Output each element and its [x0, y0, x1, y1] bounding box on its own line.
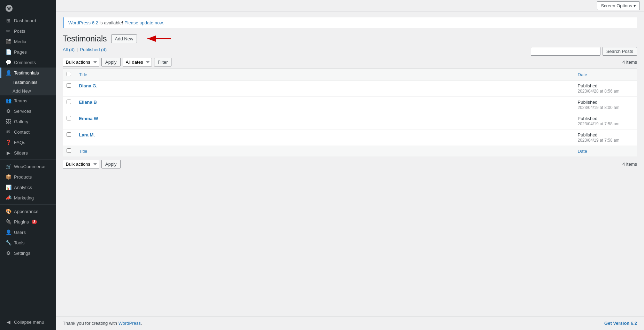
- filter-sep: |: [75, 47, 80, 52]
- filter-published-count: (4): [101, 47, 107, 52]
- search-posts-button[interactable]: Search Posts: [603, 47, 637, 56]
- top-toolbar-row: Bulk actions Apply All dates Filter 4 it…: [63, 58, 637, 66]
- sidebar-item-appearance[interactable]: 🎨 Appearance: [0, 206, 56, 217]
- bulk-actions-select-bottom[interactable]: Bulk actions: [63, 160, 99, 168]
- date-sort-link[interactable]: Date: [578, 72, 587, 77]
- sidebar-item-teams[interactable]: 👥 Teams: [0, 95, 56, 106]
- row-checkbox[interactable]: [67, 116, 71, 120]
- footer-wp-link[interactable]: WordPress: [118, 321, 141, 326]
- filter-published-link[interactable]: Published (4): [80, 47, 107, 52]
- sidebar-item-label: Gallery: [14, 119, 28, 124]
- screen-options-label: Screen Options: [601, 3, 632, 8]
- post-title-link[interactable]: Diana G.: [79, 83, 98, 88]
- sidebar-item-faqs[interactable]: ❓ FAQs: [0, 137, 56, 148]
- sidebar-item-tools[interactable]: 🔧 Tools: [0, 237, 56, 248]
- filter-all-link[interactable]: All (4): [63, 47, 75, 52]
- collapse-icon: ◀: [6, 319, 11, 325]
- bulk-actions-select-top[interactable]: Bulk actions: [63, 58, 99, 66]
- wp-version-link[interactable]: WordPress 6.2: [68, 20, 98, 25]
- sidebar-item-label: Settings: [14, 251, 30, 256]
- submenu-testimonials-all[interactable]: Testimonials: [0, 78, 56, 87]
- post-title-link[interactable]: Lara M.: [79, 132, 95, 138]
- sidebar-item-services[interactable]: ⚙ Services: [0, 106, 56, 116]
- sidebar-item-plugins[interactable]: 🔌 Plugins 3: [0, 217, 56, 227]
- update-now-link[interactable]: Please update now.: [124, 20, 164, 25]
- sidebar-item-testimonials[interactable]: 👤 Testimonials: [0, 68, 56, 78]
- date-filter-select[interactable]: All dates: [123, 58, 152, 66]
- sidebar-item-label: FAQs: [14, 140, 25, 145]
- row-date-cell: Published 2023/04/19 at 7:58 am: [574, 129, 637, 146]
- check-all-checkbox[interactable]: [67, 72, 71, 76]
- title-column-header[interactable]: Title: [76, 69, 574, 80]
- wp-logo-icon: W: [6, 5, 13, 12]
- sidebar-item-label: Tools: [14, 240, 24, 245]
- content-area: WordPress 6.2 is available! Please updat…: [56, 12, 644, 316]
- date-column-header[interactable]: Date: [574, 69, 637, 80]
- apply-button-top[interactable]: Apply: [101, 58, 121, 66]
- post-title-link[interactable]: Emma W: [79, 116, 98, 121]
- sidebar-item-label: Analytics: [14, 185, 32, 190]
- check-all-footer-checkbox[interactable]: [67, 148, 71, 153]
- posts-table: Title Date Diana G. Published 2023/04/28…: [63, 69, 637, 157]
- filter-button[interactable]: Filter: [154, 58, 172, 66]
- sidebar-item-gallery[interactable]: 🖼 Gallery: [0, 116, 56, 127]
- table-footer-row: Title Date: [63, 146, 637, 157]
- media-icon: 🎬: [6, 39, 11, 44]
- sidebar-item-marketing[interactable]: 📣 Marketing: [0, 192, 56, 203]
- page-title: Testimonials: [63, 34, 107, 44]
- get-version-link[interactable]: Get Version 6.2: [604, 321, 637, 326]
- sidebar-item-comments[interactable]: 💬 Comments: [0, 57, 56, 68]
- sidebar-item-contact[interactable]: ✉ Contact: [0, 127, 56, 137]
- sidebar-item-woocommerce[interactable]: 🛒 WooCommerce: [0, 161, 56, 172]
- table-row: Eliana B Published 2023/04/19 at 8:00 am: [63, 97, 637, 113]
- sidebar-item-sliders[interactable]: ▶ Sliders: [0, 148, 56, 158]
- sidebar-item-label: WooCommerce: [14, 164, 45, 169]
- sidebar-item-pages[interactable]: 📄 Pages: [0, 47, 56, 57]
- check-all-header: [63, 69, 76, 80]
- row-checkbox-cell: [63, 97, 76, 113]
- title-footer-column-header: Title: [76, 146, 574, 157]
- post-date: 2023/04/19 at 7:58 am: [578, 138, 620, 143]
- sidebar-item-label: Services: [14, 109, 31, 114]
- filter-links: All (4) | Published (4): [63, 47, 107, 52]
- items-count-bottom: 4 items: [622, 162, 637, 167]
- woocommerce-icon: 🛒: [6, 164, 11, 169]
- search-input[interactable]: [531, 47, 600, 56]
- screen-options-button[interactable]: Screen Options ▾: [597, 1, 640, 10]
- sidebar-item-dashboard[interactable]: ⊞ Dashboard: [0, 15, 56, 26]
- teams-icon: 👥: [6, 98, 11, 103]
- bottom-toolbar-row: Bulk actions Apply 4 items: [63, 160, 637, 168]
- post-date: 2023/04/28 at 8:56 am: [578, 89, 620, 94]
- appearance-icon: 🎨: [6, 209, 11, 214]
- sidebar-item-label: Marketing: [14, 195, 34, 201]
- title-sort-link[interactable]: Title: [79, 72, 87, 77]
- row-checkbox[interactable]: [67, 100, 71, 104]
- apply-button-bottom[interactable]: Apply: [101, 160, 121, 168]
- services-icon: ⚙: [6, 108, 11, 114]
- sidebar-item-label: Plugins: [14, 219, 29, 225]
- page-header: Testimonials Add New: [63, 34, 637, 44]
- add-new-button[interactable]: Add New: [111, 34, 137, 43]
- sidebar-item-products[interactable]: 📦 Products: [0, 172, 56, 182]
- sidebar-item-media[interactable]: 🎬 Media: [0, 36, 56, 47]
- post-date: 2023/04/19 at 7:58 am: [578, 121, 620, 126]
- row-checkbox[interactable]: [67, 83, 71, 88]
- submenu-testimonials-add[interactable]: Add New: [0, 87, 56, 95]
- title-footer-sort-link[interactable]: Title: [79, 149, 87, 154]
- sidebar-item-posts[interactable]: ✏ Posts: [0, 26, 56, 36]
- filter-all-count: (4): [69, 47, 75, 52]
- sidebar-item-label: Teams: [14, 98, 27, 103]
- sidebar-item-collapse[interactable]: ◀ Collapse menu: [0, 317, 56, 327]
- row-checkbox[interactable]: [67, 132, 71, 137]
- sidebar-item-users[interactable]: 👤 Users: [0, 227, 56, 237]
- table-header-row: Title Date: [63, 69, 637, 80]
- check-all-footer-header: [63, 146, 76, 157]
- tools-icon: 🔧: [6, 240, 11, 245]
- users-icon: 👤: [6, 229, 11, 235]
- post-title-link[interactable]: Eliana B: [79, 100, 97, 105]
- sidebar-item-settings[interactable]: ⚙ Settings: [0, 248, 56, 258]
- row-title-cell: Eliana B: [76, 97, 574, 113]
- main-content: Screen Options ▾ WordPress 6.2 is availa…: [56, 0, 644, 330]
- date-footer-sort-link[interactable]: Date: [578, 149, 587, 154]
- sidebar-item-analytics[interactable]: 📊 Analytics: [0, 182, 56, 192]
